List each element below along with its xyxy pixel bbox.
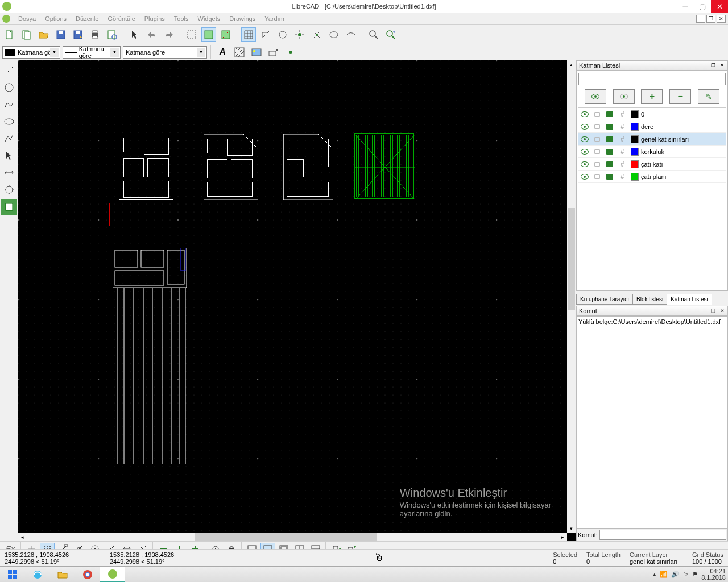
snap-middle-button[interactable] bbox=[309, 27, 324, 42]
grid-toggle-button[interactable] bbox=[201, 27, 216, 42]
menu-goruntule[interactable]: Görüntüle bbox=[103, 14, 139, 23]
curve-tool[interactable] bbox=[1, 97, 17, 113]
zoom-auto-button[interactable] bbox=[383, 27, 398, 42]
ortho-button[interactable] bbox=[258, 27, 273, 42]
tray-volume-icon[interactable]: 🔊 bbox=[671, 571, 679, 578]
snap-free-button[interactable] bbox=[275, 27, 290, 42]
layer-panel-dock-button[interactable]: ❐ bbox=[709, 62, 717, 69]
text-tool-button[interactable]: A bbox=[215, 45, 230, 60]
tab-library[interactable]: Kütüphane Tarayıcı bbox=[576, 294, 633, 305]
select-tool[interactable] bbox=[1, 148, 17, 164]
layer-row[interactable]: # 0 bbox=[578, 108, 726, 120]
tray-clock[interactable]: 04:218.1.2018 bbox=[701, 568, 726, 581]
tray-up-icon[interactable]: ▴ bbox=[653, 571, 656, 578]
color-swatch[interactable] bbox=[631, 173, 639, 181]
vertical-scrollbar[interactable]: ▴ ▾ bbox=[567, 60, 576, 533]
line-tool[interactable] bbox=[1, 63, 17, 78]
points-tool-button[interactable] bbox=[266, 45, 281, 60]
polyline-tool[interactable] bbox=[1, 131, 17, 147]
eye-icon[interactable] bbox=[581, 174, 589, 180]
layer-row[interactable]: # korkuluk bbox=[578, 146, 726, 158]
lock-icon[interactable] bbox=[594, 149, 600, 154]
lock-icon[interactable] bbox=[594, 137, 600, 142]
color-swatch[interactable] bbox=[631, 160, 639, 168]
draft-toggle-button[interactable] bbox=[218, 27, 233, 42]
mdi-close[interactable]: ✕ bbox=[717, 15, 726, 23]
circle-tool[interactable] bbox=[1, 80, 17, 95]
print-icon[interactable] bbox=[606, 174, 613, 180]
maximize-button[interactable]: ▢ bbox=[694, 0, 711, 13]
layer-hide-all-button[interactable] bbox=[613, 89, 635, 104]
info-tool[interactable] bbox=[1, 199, 17, 215]
point-button[interactable] bbox=[283, 45, 298, 60]
layer-remove-button[interactable]: − bbox=[669, 89, 691, 104]
command-input[interactable] bbox=[599, 530, 726, 540]
chrome-taskbar[interactable] bbox=[75, 567, 100, 583]
layer-show-all-button[interactable] bbox=[585, 89, 606, 104]
ellipse-tool[interactable] bbox=[1, 114, 17, 130]
print-icon[interactable] bbox=[606, 149, 613, 155]
tray-flag-icon[interactable]: 🏳 bbox=[682, 571, 689, 578]
command-panel-dock-button[interactable]: ❐ bbox=[709, 307, 717, 314]
hash-icon[interactable]: # bbox=[621, 123, 624, 131]
tab-layers[interactable]: Katman Listesi bbox=[667, 294, 712, 305]
hash-icon[interactable]: # bbox=[621, 173, 624, 181]
start-button[interactable] bbox=[0, 567, 25, 583]
redo-button[interactable] bbox=[162, 27, 176, 42]
tray-network-icon[interactable]: 📶 bbox=[660, 571, 668, 578]
layer-panel-close-button[interactable]: ✕ bbox=[718, 62, 726, 69]
layer-row[interactable]: # genel kat sınırları bbox=[578, 133, 726, 146]
drawing-canvas[interactable]: Windows'u Etkinleştir Windows'u etkinleş… bbox=[18, 60, 567, 533]
horizontal-scrollbar[interactable]: ◂ ▸ bbox=[18, 533, 567, 541]
ie-taskbar[interactable] bbox=[25, 567, 50, 583]
dimension-tool[interactable] bbox=[1, 165, 17, 181]
hatch-tool-button[interactable] bbox=[232, 45, 247, 60]
lock-icon[interactable] bbox=[594, 174, 600, 179]
hash-icon[interactable]: # bbox=[621, 135, 624, 143]
color-swatch[interactable] bbox=[631, 135, 639, 143]
explorer-taskbar[interactable] bbox=[50, 567, 75, 583]
eye-icon[interactable] bbox=[581, 161, 589, 167]
snap-intersection-button[interactable] bbox=[344, 27, 358, 42]
undo-button[interactable] bbox=[144, 27, 159, 42]
open-button[interactable] bbox=[36, 27, 51, 42]
new-button[interactable] bbox=[2, 27, 17, 42]
menu-drawings[interactable]: Drawings bbox=[225, 14, 260, 23]
grid-button[interactable] bbox=[241, 27, 256, 42]
linewidth-combo[interactable]: Katmana göre▼ bbox=[63, 46, 121, 59]
eye-icon[interactable] bbox=[581, 136, 589, 142]
zoom-button[interactable] bbox=[366, 27, 381, 42]
pointer-button[interactable] bbox=[127, 27, 142, 42]
menu-yardim[interactable]: Yardım bbox=[260, 14, 289, 23]
layer-add-button[interactable]: + bbox=[641, 89, 663, 104]
layer-filter-input[interactable] bbox=[578, 73, 726, 85]
command-output[interactable]: Yüklü belge:C:\Users\demirel\Desktop\Unt… bbox=[576, 316, 728, 529]
hash-icon[interactable]: # bbox=[621, 110, 624, 118]
minimize-button[interactable]: ─ bbox=[677, 0, 694, 13]
menu-duzenle[interactable]: Düzenle bbox=[71, 14, 103, 23]
print-button[interactable] bbox=[88, 27, 102, 42]
lock-icon[interactable] bbox=[594, 124, 600, 129]
hash-icon[interactable]: # bbox=[621, 160, 624, 168]
tray-notif-icon[interactable]: ⚑ bbox=[692, 571, 698, 578]
layer-row[interactable]: # dere bbox=[578, 120, 726, 133]
new-from-template-button[interactable] bbox=[19, 27, 34, 42]
modify-tool[interactable] bbox=[1, 182, 17, 198]
image-tool-button[interactable] bbox=[249, 45, 264, 60]
mdi-minimize[interactable]: ─ bbox=[696, 15, 705, 23]
eye-icon[interactable] bbox=[581, 124, 589, 130]
print-icon[interactable] bbox=[606, 111, 613, 117]
menu-plugins[interactable]: Plugins bbox=[140, 14, 169, 23]
mdi-restore[interactable]: ❐ bbox=[706, 15, 715, 23]
menu-options[interactable]: Options bbox=[40, 14, 71, 23]
layer-row[interactable]: # çatı planı bbox=[578, 171, 726, 183]
print-icon[interactable] bbox=[606, 136, 613, 142]
print-icon[interactable] bbox=[606, 161, 613, 167]
menu-tools[interactable]: Tools bbox=[169, 14, 193, 23]
save-button[interactable] bbox=[53, 27, 68, 42]
close-button[interactable]: ✕ bbox=[711, 0, 728, 13]
layer-list[interactable]: # 0 # dere # ge bbox=[578, 107, 726, 289]
color-swatch[interactable] bbox=[631, 123, 639, 131]
color-swatch[interactable] bbox=[631, 110, 639, 118]
layer-edit-button[interactable]: ✎ bbox=[698, 89, 719, 104]
